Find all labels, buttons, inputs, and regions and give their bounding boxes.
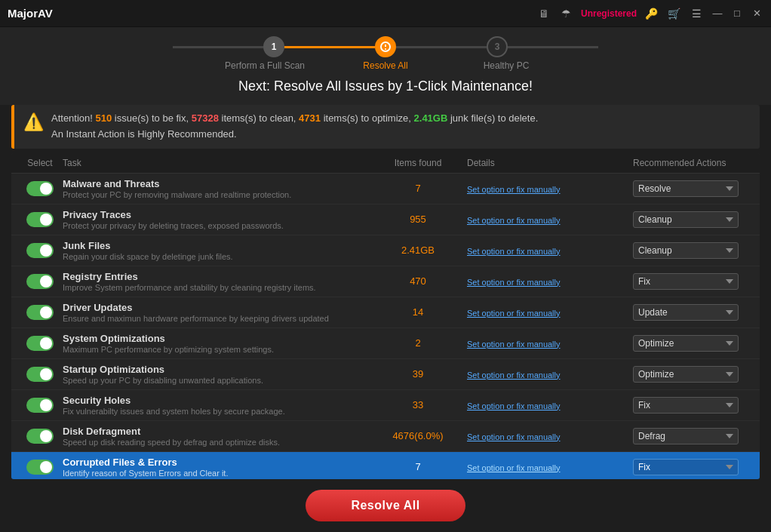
details-cell-0: Set option or fix manually: [467, 182, 633, 195]
action-select-7[interactable]: ResolveCleanupFixUpdateOptimizeDefrag: [633, 397, 739, 414]
action-select-1[interactable]: ResolveCleanupFixUpdateOptimizeDefrag: [633, 211, 739, 228]
row-toggle-0[interactable]: [26, 181, 54, 196]
minimize-button[interactable]: —: [711, 7, 724, 20]
table-row[interactable]: Startup Optimizations Speed up your PC b…: [11, 359, 760, 390]
action-select-0[interactable]: ResolveCleanupFixUpdateOptimizeDefrag: [633, 180, 739, 197]
toggle-cell: [17, 181, 63, 196]
items-found-2: 2.41GB: [369, 244, 467, 256]
toggle-cell: [17, 243, 63, 258]
detail-link-5[interactable]: Set option or fix manually: [467, 340, 561, 349]
detail-link-0[interactable]: Set option or fix manually: [467, 185, 561, 194]
items-found-1: 955: [369, 214, 467, 225]
task-cell-2: Junk Files Regain your disk space by del…: [63, 240, 369, 261]
task-cell-8: Disk Defragment Speed up disk reading sp…: [63, 426, 369, 447]
task-name-3: Registry Entries: [63, 271, 369, 282]
warning-line1: Attention! 510 issue(s) to be fix, 57328…: [51, 111, 538, 127]
row-toggle-7[interactable]: [26, 398, 54, 413]
header-items: Items found: [369, 158, 467, 168]
detail-link-1[interactable]: Set option or fix manually: [467, 216, 561, 225]
issue-count: 510: [96, 112, 112, 124]
row-toggle-3[interactable]: [26, 274, 54, 289]
items-found-8: 4676(6.0%): [369, 430, 467, 441]
row-toggle-8[interactable]: [26, 429, 54, 444]
row-toggle-4[interactable]: [26, 305, 54, 320]
task-cell-1: Privacy Traces Protect your privacy by d…: [63, 209, 369, 230]
menu-icon[interactable]: ☰: [688, 5, 705, 22]
toggle-cell: [17, 367, 63, 382]
warning-banner: ⚠️ Attention! 510 issue(s) to be fix, 57…: [11, 105, 760, 149]
row-toggle-9[interactable]: [26, 460, 54, 475]
row-toggle-6[interactable]: [26, 367, 54, 382]
step-line-4: [508, 46, 598, 48]
table-row[interactable]: System Optimizations Maximum PC performa…: [11, 328, 760, 359]
items-found-5: 2: [369, 337, 467, 349]
detail-link-4[interactable]: Set option or fix manually: [467, 309, 561, 318]
detail-link-6[interactable]: Set option or fix manually: [467, 371, 561, 380]
task-cell-4: Driver Updates Ensure and maximun hardwa…: [63, 302, 369, 323]
step-line-1: [173, 46, 263, 48]
task-name-4: Driver Updates: [63, 302, 369, 313]
detail-link-3[interactable]: Set option or fix manually: [467, 278, 561, 287]
table-row[interactable]: Registry Entries Improve System performa…: [11, 266, 760, 297]
step-1-circle: 1: [263, 36, 284, 57]
details-cell-1: Set option or fix manually: [467, 213, 633, 226]
table-row[interactable]: Driver Updates Ensure and maximun hardwa…: [11, 297, 760, 328]
maximize-button[interactable]: □: [730, 7, 744, 20]
table-row[interactable]: Privacy Traces Protect your privacy by d…: [11, 204, 760, 235]
action-select-2[interactable]: ResolveCleanupFixUpdateOptimizeDefrag: [633, 242, 739, 259]
action-select-6[interactable]: ResolveCleanupFixUpdateOptimizeDefrag: [633, 366, 739, 383]
task-name-1: Privacy Traces: [63, 209, 369, 220]
items-optimize: 4731: [299, 112, 321, 124]
actions-cell-1: ResolveCleanupFixUpdateOptimizeDefrag: [633, 211, 754, 228]
details-cell-2: Set option or fix manually: [467, 244, 633, 257]
actions-cell-6: ResolveCleanupFixUpdateOptimizeDefrag: [633, 366, 754, 383]
action-select-5[interactable]: ResolveCleanupFixUpdateOptimizeDefrag: [633, 335, 739, 352]
action-select-8[interactable]: ResolveCleanupFixUpdateOptimizeDefrag: [633, 428, 739, 444]
toggle-cell: [17, 212, 63, 227]
task-name-9: Corrupted Files & Errors: [63, 457, 369, 468]
task-name-7: Security Holes: [63, 395, 369, 406]
task-cell-0: Malware and Threats Protect your PC by r…: [63, 178, 369, 199]
steps-bar: 1 3 Perform a Full Scan Resolve All Heal…: [0, 27, 771, 105]
detail-link-7[interactable]: Set option or fix manually: [467, 401, 561, 411]
monitor-icon[interactable]: 🖥: [536, 5, 552, 22]
table-row[interactable]: Disk Defragment Speed up disk reading sp…: [11, 421, 760, 452]
detail-link-8[interactable]: Set option or fix manually: [467, 432, 561, 441]
detail-link-2[interactable]: Set option or fix manually: [467, 247, 561, 256]
key-icon[interactable]: 🔑: [643, 5, 659, 22]
actions-cell-8: ResolveCleanupFixUpdateOptimizeDefrag: [633, 428, 754, 444]
actions-cell-9: ResolveCleanupFixUpdateOptimizeDefrag: [633, 459, 754, 475]
header-actions: Recommended Actions: [633, 158, 754, 168]
toggle-cell: [17, 429, 63, 444]
app-title: MajorAV: [8, 7, 53, 20]
row-toggle-2[interactable]: [26, 243, 54, 258]
task-name-6: Startup Optimizations: [63, 364, 369, 375]
row-toggle-5[interactable]: [26, 336, 54, 351]
table-row[interactable]: Junk Files Regain your disk space by del…: [11, 235, 760, 266]
task-name-5: System Optimizations: [63, 333, 369, 344]
row-toggle-1[interactable]: [26, 212, 54, 227]
table-row[interactable]: Security Holes Fix vulnerabilty issues a…: [11, 390, 760, 421]
task-desc-5: Maximum PC performance by optimizing sys…: [63, 345, 369, 354]
header-task: Task: [63, 158, 369, 168]
cart-icon[interactable]: 🛒: [665, 5, 682, 22]
action-select-4[interactable]: ResolveCleanupFixUpdateOptimizeDefrag: [633, 304, 739, 321]
close-button[interactable]: ✕: [750, 7, 763, 20]
action-select-9[interactable]: ResolveCleanupFixUpdateOptimizeDefrag: [633, 459, 739, 475]
task-desc-2: Regain your disk space by deletinge junk…: [63, 252, 369, 261]
task-desc-4: Ensure and maximun hardware performance …: [63, 314, 369, 323]
action-select-3[interactable]: ResolveCleanupFixUpdateOptimizeDefrag: [633, 273, 739, 290]
resolve-all-button[interactable]: Resolve All: [306, 490, 465, 521]
unregistered-label[interactable]: Unregistered: [581, 8, 637, 19]
titlebar-controls: 🖥 ☂ Unregistered 🔑 🛒 ☰ — □ ✕: [536, 5, 763, 22]
task-cell-7: Security Holes Fix vulnerabilty issues a…: [63, 395, 369, 416]
actions-cell-2: ResolveCleanupFixUpdateOptimizeDefrag: [633, 242, 754, 259]
junk-size: 2.41GB: [414, 112, 448, 124]
step-2-label: Resolve All: [325, 60, 446, 71]
detail-link-9[interactable]: Set option or fix manually: [467, 463, 561, 472]
table-header: Select Task Items found Details Recommen…: [11, 153, 760, 174]
table-row[interactable]: Malware and Threats Protect your PC by r…: [11, 174, 760, 204]
task-name-2: Junk Files: [63, 240, 369, 251]
table-row[interactable]: Corrupted Files & Errors Identify reason…: [11, 452, 760, 479]
umbrella-icon[interactable]: ☂: [558, 5, 575, 22]
